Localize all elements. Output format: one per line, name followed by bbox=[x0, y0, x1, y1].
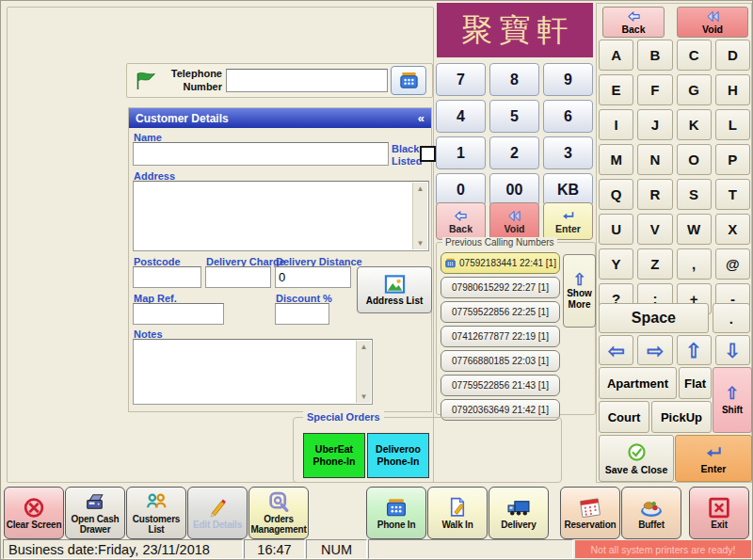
key-j[interactable]: J bbox=[637, 109, 672, 140]
deliveroo-phone-in-button[interactable]: Deliveroo Phone-In bbox=[367, 433, 429, 478]
numpad-void-button[interactable]: Void bbox=[489, 202, 539, 240]
key-t[interactable]: T bbox=[715, 179, 750, 210]
walk-in-button[interactable]: Walk In bbox=[427, 487, 488, 539]
flag-icon bbox=[133, 70, 158, 92]
shift-icon: ⇧ bbox=[725, 385, 739, 402]
key-q[interactable]: Q bbox=[599, 179, 633, 210]
arrow-left-key[interactable]: ⇦ bbox=[599, 335, 633, 365]
discount-input[interactable] bbox=[275, 303, 329, 325]
arrow-right-icon: ⇨ bbox=[647, 341, 664, 360]
key-s[interactable]: S bbox=[677, 179, 712, 210]
key-h[interactable]: H bbox=[715, 74, 750, 105]
delivery-charge-input[interactable] bbox=[205, 266, 271, 288]
numpad-key-8[interactable]: 8 bbox=[489, 63, 539, 96]
phone-in-button[interactable]: Phone In bbox=[366, 487, 426, 539]
key-p[interactable]: P bbox=[715, 144, 750, 175]
previous-call-item[interactable]: 07592183441 22:41 [1] bbox=[441, 252, 560, 274]
special-orders-title: Special Orders bbox=[303, 411, 384, 423]
key-o[interactable]: O bbox=[677, 144, 712, 175]
name-input[interactable] bbox=[133, 142, 389, 166]
previous-call-item[interactable]: 07412677877 22:19 [1] bbox=[441, 326, 560, 347]
previous-call-item[interactable]: 07766880185 22:03 [1] bbox=[441, 350, 560, 372]
arrow-down-key[interactable]: ⇩ bbox=[715, 335, 750, 365]
postcode-input[interactable] bbox=[133, 266, 201, 288]
key-comma[interactable]: , bbox=[677, 248, 712, 280]
key-space[interactable]: Space bbox=[599, 303, 709, 333]
key-g[interactable]: G bbox=[677, 74, 712, 105]
key-w[interactable]: W bbox=[677, 214, 712, 245]
numpad-back-button[interactable]: Back bbox=[436, 202, 486, 240]
numeric-keypad: 789456123000KB bbox=[436, 63, 593, 206]
key-c[interactable]: C bbox=[677, 40, 712, 71]
key-f[interactable]: F bbox=[637, 74, 672, 105]
numpad-key-1[interactable]: 1 bbox=[436, 136, 486, 169]
special-orders-groupbox: Special Orders UberEat Phone-In Delivero… bbox=[293, 417, 562, 483]
numpad-key-5[interactable]: 5 bbox=[489, 100, 539, 133]
key-k[interactable]: K bbox=[677, 109, 712, 140]
shift-key[interactable]: ⇧ Shift bbox=[713, 367, 752, 433]
buffet-button[interactable]: Buffet bbox=[621, 487, 681, 539]
numpad-key-3[interactable]: 3 bbox=[543, 136, 593, 169]
open-cash-drawer-button[interactable]: Open Cash Drawer bbox=[65, 487, 125, 539]
black-listed-checkbox[interactable] bbox=[420, 146, 436, 162]
arrow-up-key[interactable]: ⇧ bbox=[677, 335, 712, 365]
key-n[interactable]: N bbox=[637, 144, 672, 175]
keyboard-void-button[interactable]: Void bbox=[677, 7, 748, 38]
key-r[interactable]: R bbox=[637, 179, 672, 210]
keyboard-back-button[interactable]: Back bbox=[602, 7, 665, 38]
check-circle-icon bbox=[627, 442, 647, 462]
orders-management-button[interactable]: Orders Management bbox=[248, 487, 309, 539]
map-ref-input[interactable] bbox=[133, 303, 224, 325]
key-x[interactable]: X bbox=[715, 214, 750, 245]
exit-button[interactable]: Exit bbox=[689, 487, 749, 539]
key-i[interactable]: I bbox=[599, 109, 633, 140]
delivery-distance-input[interactable] bbox=[275, 266, 351, 288]
reservation-button[interactable]: Reservation bbox=[560, 487, 620, 539]
numpad-enter-button[interactable]: Enter bbox=[543, 202, 593, 240]
key-u[interactable]: U bbox=[599, 214, 633, 245]
notes-scrollbar[interactable]: ▲▼ bbox=[356, 341, 371, 403]
key-v[interactable]: V bbox=[637, 214, 672, 245]
numpad-key-9[interactable]: 9 bbox=[543, 63, 593, 96]
previous-call-item[interactable]: 07759522856 22:25 [1] bbox=[441, 301, 560, 323]
notes-textarea[interactable]: ▲▼ bbox=[133, 339, 373, 405]
key-d[interactable]: D bbox=[715, 40, 750, 71]
key-a[interactable]: A bbox=[599, 40, 633, 71]
address-scrollbar[interactable]: ▲▼ bbox=[412, 183, 427, 249]
save-close-button[interactable]: Save & Close bbox=[599, 435, 674, 482]
key-b[interactable]: B bbox=[637, 40, 672, 71]
keyboard-enter-button[interactable]: Enter bbox=[675, 435, 752, 482]
numpad-key-2[interactable]: 2 bbox=[489, 136, 539, 169]
numpad-key-kb[interactable]: KB bbox=[543, 173, 593, 206]
numpad-key-double-zero[interactable]: 00 bbox=[489, 173, 539, 206]
key-l[interactable]: L bbox=[715, 109, 750, 140]
clear-screen-button[interactable]: Clear Screen bbox=[4, 487, 64, 539]
numpad-key-6[interactable]: 6 bbox=[543, 100, 593, 133]
customers-list-button[interactable]: Customers List bbox=[126, 487, 186, 539]
delivery-button[interactable]: Delivery bbox=[489, 487, 549, 539]
arrow-right-key[interactable]: ⇨ bbox=[637, 335, 672, 365]
show-more-button[interactable]: ⇧ Show More bbox=[563, 254, 596, 328]
telephone-keypad-button[interactable] bbox=[391, 66, 426, 95]
numpad-key-0[interactable]: 0 bbox=[436, 173, 486, 206]
key-e[interactable]: E bbox=[599, 74, 633, 105]
numpad-key-7[interactable]: 7 bbox=[436, 63, 486, 96]
numpad-key-4[interactable]: 4 bbox=[436, 100, 486, 133]
key-m[interactable]: M bbox=[599, 144, 633, 175]
previous-call-item[interactable]: 07759522856 21:43 [1] bbox=[441, 375, 560, 396]
enter-arrow-icon bbox=[559, 209, 577, 223]
ubereat-phone-in-button[interactable]: UberEat Phone-In bbox=[303, 433, 365, 478]
key-y[interactable]: Y bbox=[599, 248, 633, 280]
key-apartment[interactable]: Apartment bbox=[599, 367, 677, 399]
key-court[interactable]: Court bbox=[599, 401, 649, 433]
key-period[interactable]: . bbox=[713, 303, 750, 333]
key-pickup[interactable]: PickUp bbox=[651, 401, 712, 433]
address-textarea[interactable]: ▲▼ bbox=[133, 181, 429, 251]
address-list-button[interactable]: Address List bbox=[357, 266, 432, 313]
key-flat[interactable]: Flat bbox=[679, 367, 712, 399]
key-at[interactable]: @ bbox=[715, 248, 750, 280]
previous-call-item[interactable]: 07980615292 22:27 [1] bbox=[441, 277, 560, 298]
collapse-chevron-icon[interactable]: « bbox=[418, 111, 425, 125]
telephone-number-input[interactable] bbox=[226, 69, 388, 92]
key-z[interactable]: Z bbox=[637, 248, 672, 280]
